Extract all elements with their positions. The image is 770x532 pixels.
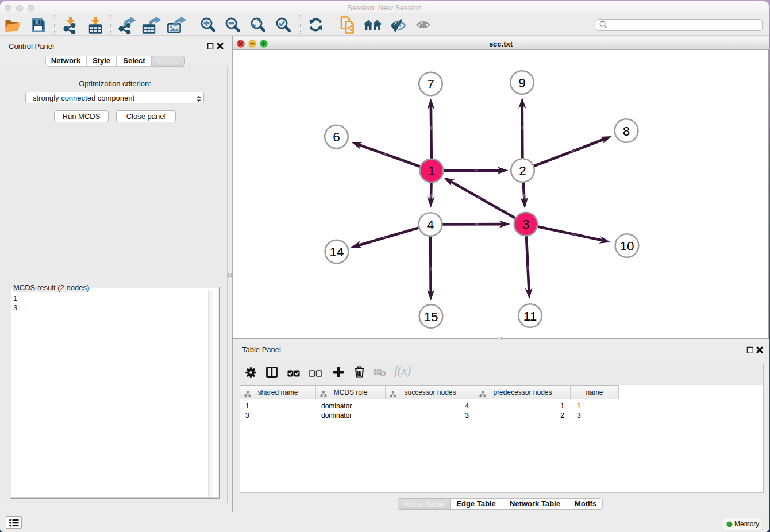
svg-text:15: 15 xyxy=(424,310,438,324)
svg-text:9: 9 xyxy=(518,76,526,90)
svg-text:6: 6 xyxy=(333,130,340,144)
svg-text:14: 14 xyxy=(329,245,344,259)
svg-text:1: 1 xyxy=(428,164,436,178)
svg-text:8: 8 xyxy=(623,124,630,138)
svg-text:11: 11 xyxy=(523,309,537,323)
svg-text:3: 3 xyxy=(522,217,530,232)
svg-text:7: 7 xyxy=(427,77,434,91)
svg-text:4: 4 xyxy=(427,218,434,232)
svg-text:10: 10 xyxy=(619,239,634,253)
svg-text:2: 2 xyxy=(519,164,526,178)
